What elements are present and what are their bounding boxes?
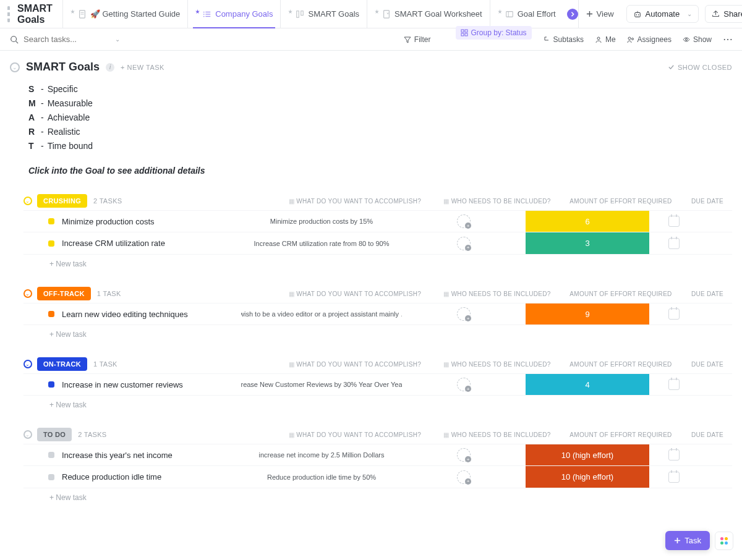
status-pill[interactable]: TO DO: [37, 428, 72, 441]
cell-due[interactable]: [649, 472, 699, 483]
date-placeholder-icon[interactable]: [668, 379, 680, 390]
cell-due[interactable]: [649, 379, 699, 390]
col-effort[interactable]: AMOUNT OF EFFORT REQUIRED: [559, 291, 683, 297]
new-task-header-button[interactable]: + NEW TASK: [121, 64, 164, 71]
apps-fab[interactable]: [715, 532, 733, 550]
show-closed-button[interactable]: SHOW CLOSED: [668, 64, 732, 71]
cell-accomplish[interactable]: Increase CRM utilization rate from 80 to…: [241, 240, 402, 247]
status-square[interactable]: [48, 311, 54, 317]
tab-smart-goals[interactable]: SMART Goals: [280, 0, 367, 28]
assignee-placeholder[interactable]: [457, 307, 471, 321]
date-placeholder-icon[interactable]: [668, 308, 680, 320]
col-due[interactable]: DUE DATE: [683, 431, 732, 438]
cell-who[interactable]: [402, 214, 526, 228]
info-icon[interactable]: i: [106, 63, 114, 72]
assignee-placeholder[interactable]: [457, 378, 471, 391]
add-task-inline[interactable]: + New task: [23, 325, 732, 344]
add-task-inline[interactable]: + New task: [23, 255, 732, 273]
collapse-group-button[interactable]: ⌄: [23, 430, 32, 439]
list-title[interactable]: SMART Goals: [26, 61, 100, 74]
status-pill[interactable]: OFF-TRACK: [37, 287, 91, 300]
workspace-title[interactable]: SMART Goals: [17, 3, 53, 25]
col-effort[interactable]: AMOUNT OF EFFORT REQUIRED: [559, 431, 683, 438]
new-task-fab[interactable]: Task: [665, 531, 710, 550]
col-accomplish[interactable]: ▦WHAT DO YOU WANT TO ACCOMPLISH?: [275, 431, 435, 438]
workspace-icon[interactable]: [7, 6, 10, 22]
add-view-button[interactable]: View: [578, 0, 621, 28]
col-who[interactable]: ▦WHO NEEDS TO BE INCLUDED?: [435, 431, 559, 438]
task-row[interactable]: Reduce production idle time Reduce produ…: [23, 466, 732, 488]
show-button[interactable]: Show: [683, 35, 712, 44]
add-task-inline[interactable]: + New task: [23, 488, 732, 507]
col-who[interactable]: ▦WHO NEEDS TO BE INCLUDED?: [435, 291, 559, 297]
tab-goal-effort[interactable]: Goal Effort: [490, 0, 563, 28]
col-accomplish[interactable]: ▦WHAT DO YOU WANT TO ACCOMPLISH?: [275, 198, 435, 205]
search-input[interactable]: [23, 35, 110, 44]
task-row[interactable]: Learn new video editing techniques I wis…: [23, 303, 732, 325]
assignee-placeholder[interactable]: [457, 448, 471, 462]
cell-who[interactable]: [402, 448, 526, 462]
cell-due[interactable]: [649, 308, 699, 320]
collapse-group-button[interactable]: ⌄: [23, 360, 32, 368]
assignee-placeholder[interactable]: [457, 237, 471, 250]
col-due[interactable]: DUE DATE: [683, 291, 732, 297]
col-who[interactable]: ▦WHO NEEDS TO BE INCLUDED?: [435, 198, 559, 205]
cell-effort[interactable]: 6: [526, 211, 649, 232]
cell-accomplish[interactable]: increase net income by 2.5 Million Dolla…: [241, 451, 402, 459]
cell-effort[interactable]: 9: [526, 303, 649, 325]
col-accomplish[interactable]: ▦WHAT DO YOU WANT TO ACCOMPLISH?: [275, 361, 435, 368]
col-effort[interactable]: AMOUNT OF EFFORT REQUIRED: [559, 198, 683, 205]
cell-who[interactable]: [402, 307, 526, 321]
status-pill[interactable]: CRUSHING: [37, 194, 87, 208]
col-accomplish[interactable]: ▦WHAT DO YOU WANT TO ACCOMPLISH?: [275, 291, 435, 297]
date-placeholder-icon[interactable]: [668, 472, 680, 483]
cell-effort[interactable]: 10 (high effort): [526, 466, 649, 488]
collapse-group-button[interactable]: ⌄: [23, 197, 32, 205]
cell-effort[interactable]: 3: [526, 232, 649, 254]
chevron-down-icon[interactable]: ⌄: [115, 36, 120, 43]
cell-accomplish[interactable]: Reduce production idle time by 50%: [241, 473, 402, 481]
assignee-placeholder[interactable]: [457, 470, 471, 484]
cell-due[interactable]: [649, 238, 699, 249]
collapse-group-button[interactable]: ⌄: [23, 289, 32, 298]
date-placeholder-icon[interactable]: [668, 216, 680, 227]
col-due[interactable]: DUE DATE: [683, 361, 732, 368]
date-placeholder-icon[interactable]: [668, 449, 680, 460]
me-button[interactable]: Me: [595, 35, 616, 44]
collapse-list-button[interactable]: ⌄: [10, 62, 20, 72]
status-pill[interactable]: ON-TRACK: [37, 357, 87, 371]
cell-who[interactable]: [402, 470, 526, 484]
status-square[interactable]: [48, 474, 54, 480]
task-row[interactable]: Increase CRM utilization rate Increase C…: [23, 232, 732, 255]
automate-button[interactable]: Automate ⌄: [626, 5, 699, 23]
status-square[interactable]: [48, 452, 54, 458]
cell-who[interactable]: [402, 378, 526, 391]
date-placeholder-icon[interactable]: [668, 238, 680, 249]
cell-accomplish[interactable]: Increase New Customer Reviews by 30% Yea…: [241, 381, 402, 388]
groupby-button[interactable]: Group by: Status: [456, 26, 532, 40]
filter-button[interactable]: Filter: [404, 35, 431, 44]
assignees-button[interactable]: Assignees: [627, 35, 672, 44]
tab-company-goals[interactable]: Company Goals: [187, 0, 280, 28]
cell-due[interactable]: [649, 449, 699, 460]
cell-effort[interactable]: 4: [526, 374, 649, 395]
status-square[interactable]: [48, 218, 54, 224]
cell-accomplish[interactable]: Minimize production costs by 15%: [241, 218, 402, 225]
cell-accomplish[interactable]: I wish to be a video editor or a project…: [241, 310, 402, 318]
expand-views-button[interactable]: [567, 9, 578, 20]
assignee-placeholder[interactable]: [457, 214, 471, 228]
status-square[interactable]: [48, 240, 54, 247]
cell-effort[interactable]: 10 (high effort): [526, 444, 649, 465]
status-square[interactable]: [48, 381, 54, 388]
task-row[interactable]: Increase in new customer reviews Increas…: [23, 373, 732, 396]
tab-getting-started[interactable]: 🚀 Getting Started Guide: [62, 0, 187, 28]
task-row[interactable]: Increase this year's net income increase…: [23, 444, 732, 466]
col-effort[interactable]: AMOUNT OF EFFORT REQUIRED: [559, 361, 683, 368]
share-button[interactable]: Share: [705, 5, 742, 23]
tab-worksheet[interactable]: SMART Goal Worksheet: [367, 0, 490, 28]
col-who[interactable]: ▦WHO NEEDS TO BE INCLUDED?: [435, 361, 559, 368]
subtasks-button[interactable]: Subtasks: [543, 35, 584, 44]
add-task-inline[interactable]: + New task: [23, 396, 732, 414]
more-menu[interactable]: ⋯: [723, 33, 732, 45]
cell-due[interactable]: [649, 216, 699, 227]
